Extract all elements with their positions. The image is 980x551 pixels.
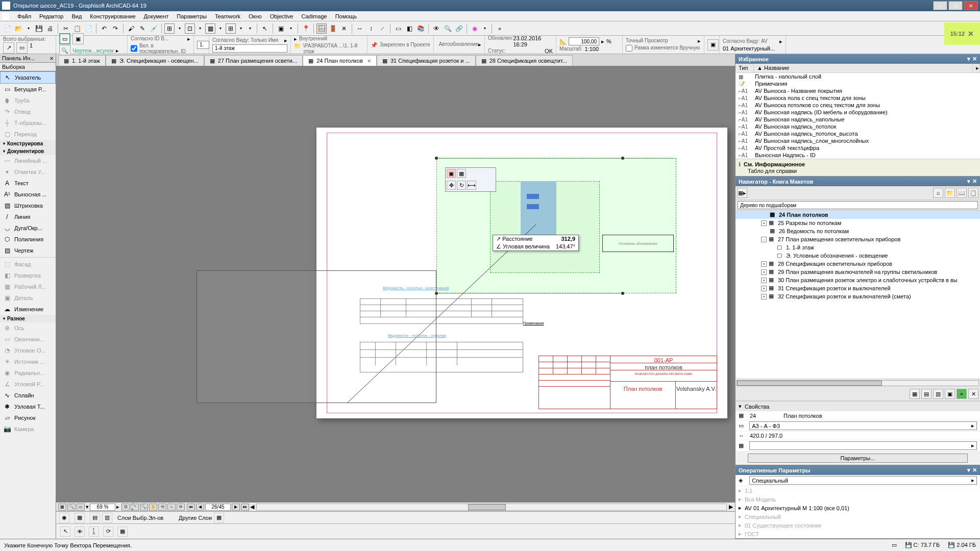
tool-item[interactable]: ◡Дуга/Окр...	[0, 222, 56, 234]
close-win-icon[interactable]: ✕	[339, 23, 349, 34]
grid2-dropdown[interactable]: ▾	[237, 23, 245, 34]
tool-item[interactable]: ⬚Фасад	[0, 259, 56, 270]
favorite-item[interactable]: ⌐A1AV Выносная надпись_потолок	[736, 123, 980, 130]
snap-dropdown[interactable]: ▾	[196, 23, 204, 34]
menu-вид[interactable]: Вид	[67, 12, 86, 20]
zoom-icon-2[interactable]: 🔍	[67, 504, 76, 511]
fav-close-icon[interactable]: ✕	[972, 56, 977, 62]
op-item[interactable]: ▸Вся Модель	[736, 495, 980, 504]
tree-item[interactable]: +▦29 План размещения выключателей на гру…	[736, 268, 980, 276]
layer-icon-2[interactable]: ▦	[75, 513, 85, 523]
seq-checkbox[interactable]	[131, 43, 137, 54]
draw-icon-1[interactable]: ▭	[59, 33, 70, 44]
nav-home-icon[interactable]: ⌂	[933, 188, 943, 198]
new-icon[interactable]: 📄	[2, 23, 12, 34]
nav-list-icon[interactable]: 📋	[968, 188, 978, 198]
align-icon[interactable]: ⊞	[164, 23, 175, 34]
qb-3[interactable]: 🚶	[89, 527, 99, 537]
next-zoom-icon[interactable]: ⟳	[177, 504, 185, 511]
favorite-item[interactable]: ⌐A1AV Выносная надпись_напольные	[736, 116, 980, 123]
menu-окно[interactable]: Окно	[244, 12, 266, 20]
tool-section[interactable]: Конструирова	[0, 140, 56, 147]
tool-item[interactable]: ↷Отвод	[0, 106, 56, 117]
tool-item[interactable]: ↖Указатель	[0, 71, 56, 84]
tree-item[interactable]: +▦30 План размещения розеток электро и с…	[736, 276, 980, 284]
maximize-button[interactable]: ▭	[948, 1, 963, 10]
draw-icon-2[interactable]: ▣	[72, 33, 84, 44]
tool-item[interactable]: ⬮Труба	[0, 95, 56, 106]
tool-item[interactable]: ▢Переход	[0, 129, 56, 140]
nav-btn-1[interactable]: ▦	[910, 389, 920, 399]
tree-item[interactable]: +▦31 Спецификация розеток и выключателей	[736, 284, 980, 292]
more-dropdown[interactable]: ▾	[246, 23, 254, 34]
qb-1[interactable]: ↖	[60, 527, 70, 537]
favorite-item[interactable]: 📝Примечания	[736, 80, 980, 87]
favorite-item[interactable]: ⌐A1AV Простой текст/цифра	[736, 144, 980, 152]
tool-item[interactable]: ▦Рабочий Л...	[0, 281, 56, 292]
first-page[interactable]: ⏮	[187, 504, 195, 511]
tool-item[interactable]: ◧Развертка	[0, 270, 56, 281]
tree-item[interactable]: ▦24 План потолков	[736, 211, 980, 219]
layer-icon-1[interactable]: ◉	[59, 513, 69, 523]
op-item[interactable]: ▸01 Существующее состояние	[736, 521, 980, 530]
fav-menu-icon[interactable]: ▾	[967, 56, 970, 62]
fit-icon[interactable]: ⊡	[121, 504, 130, 511]
tool-item[interactable]: ✱Узловая Т...	[0, 401, 56, 412]
print-icon[interactable]: 🖨	[45, 23, 55, 34]
eye-icon[interactable]: 👁	[431, 23, 442, 34]
prev-page[interactable]: ◀	[196, 504, 204, 511]
canvas-tool-1[interactable]: ▣	[447, 169, 456, 178]
favorite-item[interactable]: ⌐A1AV Выносная надпись_слои_многослойных	[736, 137, 980, 144]
align-dropdown[interactable]: ▾	[176, 23, 184, 34]
tree-item[interactable]: +▦32 Спецификация розеток и выключателей…	[736, 292, 980, 300]
page-counter[interactable]	[205, 504, 231, 511]
canvas-tool-4[interactable]: ↻	[457, 181, 466, 190]
dim-v-icon[interactable]: ↕	[366, 23, 376, 34]
layers-icon[interactable]: 📚	[415, 23, 426, 34]
home-icon[interactable]: ⌂	[167, 504, 176, 511]
nav-dropdown[interactable]: ▾	[86, 504, 89, 510]
tab[interactable]: ▦Э. Спецификация - освещен...	[106, 55, 204, 66]
menu-помощь[interactable]: Помощь	[331, 12, 361, 20]
menu-редактор[interactable]: Редактор	[35, 12, 67, 20]
sphere-icon[interactable]: ●	[495, 23, 505, 34]
nav-del-icon[interactable]: ✕	[968, 389, 978, 399]
tree-item[interactable]: +▦28 Спецификация осветительных приборов	[736, 260, 980, 268]
tool-item[interactable]: ⬡Полилиния	[0, 234, 56, 245]
tab[interactable]: ▦31 Спецификация розеток и ...	[377, 55, 476, 66]
tool-item[interactable]: ◉Радиальн...	[0, 367, 56, 379]
tool-item[interactable]: ▱Рисунок	[0, 412, 56, 423]
tool-item[interactable]: ☁Изменение	[0, 304, 56, 315]
open-icon[interactable]: 📂	[13, 23, 23, 34]
tool-item[interactable]: ▣Деталь	[0, 292, 56, 304]
nav-btn-3[interactable]: ▥	[933, 389, 943, 399]
zoom-in-icon[interactable]: 🔍+	[131, 504, 139, 511]
nav-book-icon[interactable]: 📖	[957, 188, 967, 198]
draw-dropdown[interactable]: ▸	[116, 47, 119, 54]
cube-icon[interactable]: ▣	[276, 23, 286, 34]
tool-item[interactable]: ☀Источник ...	[0, 356, 56, 367]
favorite-item[interactable]: ⌐A1AV Выносная надпись_потолок_высота	[736, 130, 980, 137]
tree-expand-icon[interactable]: +	[761, 286, 767, 291]
qb-5[interactable]: ▦	[117, 527, 128, 537]
dim-h-icon[interactable]: ↔	[355, 23, 365, 34]
favorite-item[interactable]: ⌐A1AV Выносная надпись (ID мебель и обор…	[736, 109, 980, 116]
tool-item[interactable]: ▭Бегущая Р...	[0, 84, 56, 95]
tab-close-icon[interactable]: ✕	[367, 58, 371, 64]
nav-add-icon[interactable]: +	[957, 389, 967, 399]
favorite-item[interactable]: ▦Плитка - напольный слой	[736, 73, 980, 80]
snap-icon[interactable]: ⊡	[185, 23, 195, 34]
qb-4[interactable]: ⟳	[103, 527, 113, 537]
grid-icon[interactable]: ▦	[205, 23, 215, 34]
sel-btn-2[interactable]: ▭	[16, 42, 28, 54]
nav-btn-4[interactable]: ▣	[945, 389, 955, 399]
nav-btn-2[interactable]: ▤	[921, 389, 932, 399]
panel-close-icon[interactable]: ✕	[50, 56, 54, 61]
tool-item[interactable]: ◔Угловое О...	[0, 345, 56, 356]
nav-h-scroll[interactable]	[737, 380, 979, 386]
menu-objective[interactable]: Objective	[266, 12, 298, 20]
copy-icon[interactable]: 📋	[72, 23, 82, 34]
tool-item[interactable]: ▭Окончани...	[0, 334, 56, 345]
save-icon[interactable]: 💾	[34, 23, 44, 34]
special-dropdown[interactable]: Специальный▸	[749, 476, 977, 485]
